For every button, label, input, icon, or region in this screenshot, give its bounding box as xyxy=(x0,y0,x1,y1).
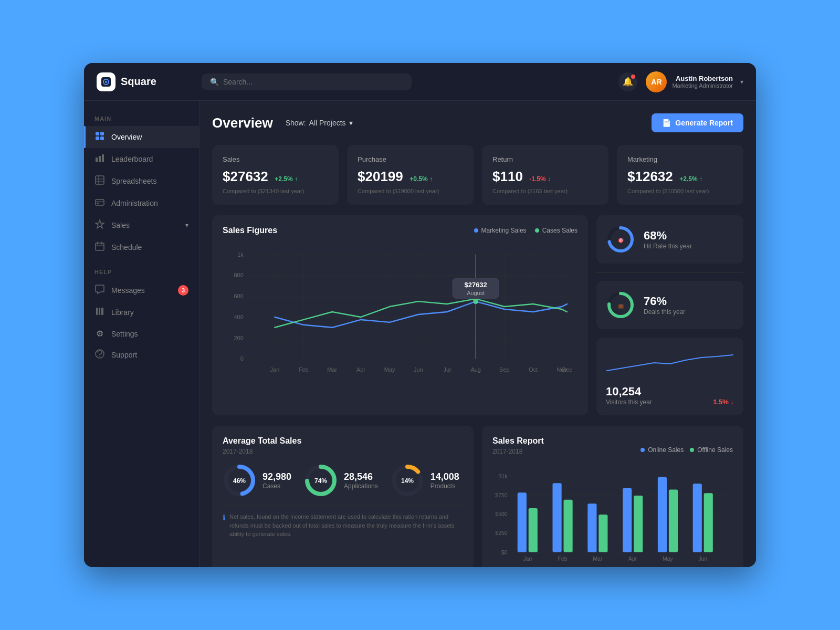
mid-row: Sales Figures Marketing Sales Cases Sale… xyxy=(212,215,743,415)
sidebar-item-administration[interactable]: Administration xyxy=(84,192,199,214)
svg-point-25 xyxy=(99,356,100,357)
visitors-chart xyxy=(606,347,734,379)
sales-report-title-area: Sales Report 2017-2018 xyxy=(492,436,544,464)
svg-text:600: 600 xyxy=(234,293,244,299)
user-area[interactable]: AR Austin Robertson Marketing Administra… xyxy=(646,71,743,92)
page-title: Overview xyxy=(212,115,273,131)
sidebar-item-schedule[interactable]: Schedule xyxy=(84,236,199,258)
notification-button[interactable]: 🔔 xyxy=(618,72,637,91)
donut-products: 14% 14,008 Products xyxy=(391,464,459,497)
sidebar-item-spreadsheets[interactable]: Spreadsheets xyxy=(84,170,199,192)
legend-dot-online xyxy=(640,448,645,452)
svg-rect-4 xyxy=(100,132,104,135)
svg-rect-9 xyxy=(102,154,104,162)
svg-rect-14 xyxy=(96,200,104,205)
svg-rect-8 xyxy=(99,156,101,162)
sidebar: MAIN Overview xyxy=(84,101,200,567)
svg-text:Jul: Jul xyxy=(443,366,450,373)
svg-rect-95 xyxy=(598,514,607,552)
main-section-label: MAIN xyxy=(84,116,199,122)
legend-dot-offline xyxy=(690,448,694,452)
report-icon: 📄 xyxy=(662,119,671,127)
visitors-value-area: 10,254 Visitors this year xyxy=(606,385,652,406)
sidebar-label-administration: Administration xyxy=(111,199,158,207)
support-icon xyxy=(94,349,105,361)
sidebar-label-support: Support xyxy=(111,351,137,359)
svg-rect-16 xyxy=(97,203,99,204)
return-compare: Compared to ($165 last year) xyxy=(492,188,598,194)
search-bar[interactable]: 🔍 xyxy=(202,74,412,90)
show-filter-button[interactable]: Show: All Projects ▾ xyxy=(281,117,357,129)
svg-text:400: 400 xyxy=(234,314,244,320)
sidebar-item-leaderboard[interactable]: Leaderboard xyxy=(84,148,199,170)
legend-dot-green xyxy=(535,228,539,233)
sidebar-item-messages[interactable]: Messages 3 xyxy=(84,279,199,301)
sidebar-item-support[interactable]: Support xyxy=(84,344,199,366)
bar-chart-svg: $1k $750 $500 $250 $0 xyxy=(492,466,733,567)
stat-card-sales: Sales $27632 +2.5% ↑ Compared to ($21340… xyxy=(212,145,339,205)
svg-text:$0: $0 xyxy=(501,550,508,555)
svg-text:0: 0 xyxy=(240,355,244,362)
metric-card-deals: 💼 76% Deals this year xyxy=(596,281,743,329)
svg-text:May: May xyxy=(663,556,674,562)
sidebar-item-sales[interactable]: Sales ▾ xyxy=(84,214,199,236)
metric-card-hitrate: 🎯 68% Hit Rate this year xyxy=(596,215,743,264)
svg-text:200: 200 xyxy=(234,335,244,341)
svg-rect-96 xyxy=(623,488,632,552)
main-layout: MAIN Overview xyxy=(84,101,756,567)
cases-info: 92,980 Cases xyxy=(262,471,291,490)
search-icon: 🔍 xyxy=(210,78,219,86)
marketing-label: Marketing xyxy=(627,155,733,163)
svg-rect-101 xyxy=(704,493,713,552)
svg-rect-3 xyxy=(96,132,99,135)
stat-card-purchase: Purchase $20199 +0.5% ↑ Compared to ($19… xyxy=(347,145,474,205)
svg-text:$27632: $27632 xyxy=(465,281,487,289)
sidebar-item-settings[interactable]: ⚙ Settings xyxy=(84,323,199,344)
svg-rect-5 xyxy=(96,136,99,140)
user-role: Marketing Administrator xyxy=(672,82,733,89)
administration-icon xyxy=(94,197,105,209)
legend-offline-label: Offline Sales xyxy=(697,446,733,454)
applications-label: Applications xyxy=(344,482,378,490)
chevron-down-icon: ▾ xyxy=(740,78,743,86)
svg-rect-94 xyxy=(587,503,596,552)
topbar: Square 🔍 🔔 AR Austin Robertson Marketing… xyxy=(84,63,756,101)
sidebar-label-spreadsheets: Spreadsheets xyxy=(111,177,156,185)
sidebar-label-schedule: Schedule xyxy=(111,243,142,251)
hitrate-value: 68% xyxy=(644,229,734,243)
stat-card-marketing: Marketing $12632 +2.5% ↑ Compared to ($1… xyxy=(617,145,743,205)
svg-text:1k: 1k xyxy=(237,251,244,258)
svg-text:$250: $250 xyxy=(495,530,507,536)
svg-text:💼: 💼 xyxy=(618,303,624,309)
page-header: Overview Show: All Projects ▾ 📄 Generate… xyxy=(212,113,743,132)
generate-report-button[interactable]: 📄 Generate Report xyxy=(652,113,743,132)
svg-text:Jan: Jan xyxy=(523,556,532,562)
logo-area: Square xyxy=(97,72,202,91)
svg-rect-90 xyxy=(518,492,527,552)
return-value: $110 xyxy=(492,169,523,184)
svg-text:Jun: Jun xyxy=(698,556,707,562)
return-label: Return xyxy=(492,155,598,163)
svg-rect-22 xyxy=(99,308,100,315)
purchase-value: $20199 xyxy=(358,169,403,184)
sidebar-item-library[interactable]: Library xyxy=(84,301,199,323)
svg-text:May: May xyxy=(384,366,395,373)
svg-rect-10 xyxy=(96,176,104,184)
visitors-card: 10,254 Visitors this year 1.5% ↓ xyxy=(596,338,743,415)
svg-text:🎯: 🎯 xyxy=(618,237,624,244)
logo-text: Square xyxy=(121,76,156,88)
marketing-value: $12632 xyxy=(627,169,673,184)
chart-title: Sales Figures xyxy=(223,226,277,235)
sidebar-item-overview[interactable]: Overview xyxy=(84,126,199,148)
svg-text:Sep: Sep xyxy=(499,366,509,373)
sales-chevron-icon: ▾ xyxy=(185,222,188,229)
svg-rect-92 xyxy=(553,483,562,552)
sales-compare: Compared to ($21340 last year) xyxy=(223,188,328,194)
search-input[interactable] xyxy=(223,78,403,86)
page-title-row: Overview Show: All Projects ▾ xyxy=(212,115,357,131)
chart-legend: Marketing Sales Cases Sales xyxy=(474,227,578,234)
leaderboard-icon xyxy=(94,153,105,165)
svg-rect-6 xyxy=(100,136,104,140)
avg-sales-sub: 2017-2018 xyxy=(223,448,463,455)
sidebar-label-overview: Overview xyxy=(111,133,142,141)
